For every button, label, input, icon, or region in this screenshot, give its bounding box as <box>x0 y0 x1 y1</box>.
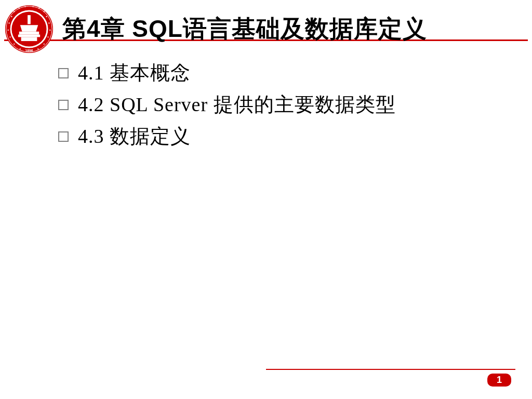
page-number-badge: 1 <box>487 374 511 387</box>
svg-point-13 <box>33 6 34 7</box>
svg-rect-4 <box>19 32 39 35</box>
slide-content: 4.1 基本概念 4.2 SQL Server 提供的主要数据类型 4.3 数据… <box>0 41 532 150</box>
svg-point-23 <box>14 44 15 45</box>
svg-point-18 <box>8 22 9 23</box>
svg-point-9 <box>11 16 12 17</box>
svg-point-26 <box>37 48 38 49</box>
footer-divider <box>266 369 515 370</box>
svg-point-16 <box>46 16 47 17</box>
svg-point-25 <box>20 48 21 49</box>
svg-point-15 <box>44 11 45 12</box>
toc-item: 4.3 数据定义 <box>58 123 532 150</box>
svg-point-17 <box>48 22 49 23</box>
slide-title: 第4章 SQL语言基础及数据库定义 <box>62 13 427 45</box>
svg-point-24 <box>44 44 45 45</box>
svg-point-14 <box>38 8 39 9</box>
svg-rect-5 <box>18 35 40 37</box>
toc-item-text: 4.1 基本概念 <box>78 60 191 86</box>
square-bullet-icon <box>58 68 69 78</box>
svg-point-20 <box>49 30 50 31</box>
svg-point-12 <box>24 6 25 7</box>
svg-point-19 <box>8 30 9 31</box>
svg-rect-3 <box>28 15 31 24</box>
toc-item-text: 4.3 数据定义 <box>78 123 191 150</box>
svg-point-22 <box>47 36 48 37</box>
toc-item: 4.1 基本概念 <box>58 60 532 86</box>
svg-point-11 <box>19 8 20 9</box>
svg-point-10 <box>14 11 15 12</box>
university-logo: 1896 <box>4 4 54 54</box>
svg-point-21 <box>9 36 10 37</box>
square-bullet-icon <box>58 131 69 142</box>
square-bullet-icon <box>58 100 69 110</box>
toc-item: 4.2 SQL Server 提供的主要数据类型 <box>58 91 532 118</box>
svg-rect-6 <box>21 37 37 41</box>
toc-item-text: 4.2 SQL Server 提供的主要数据类型 <box>78 91 396 118</box>
